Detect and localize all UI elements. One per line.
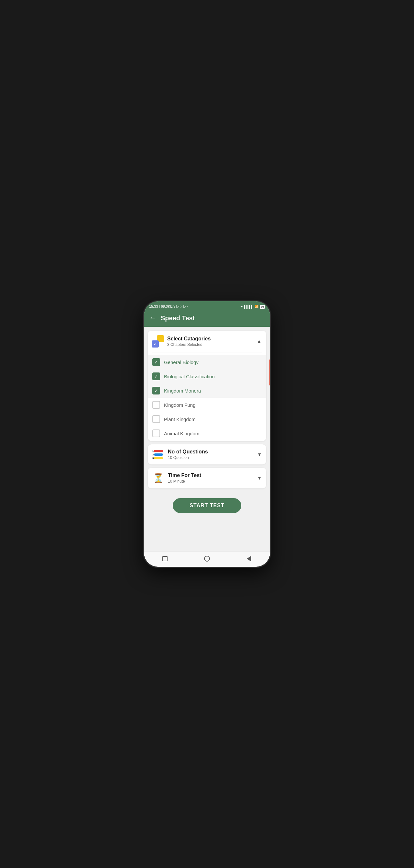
- select-categories-card: ✓ Select Catagories 3 Chapters Selected …: [148, 331, 266, 441]
- list-item[interactable]: ✓ Biological Classification: [148, 369, 266, 383]
- checkbox-animal-kingdom[interactable]: [152, 430, 160, 437]
- status-icons: ✦ ▌▌▌▌ 📶 70: [240, 305, 265, 309]
- chevron-down-icon[interactable]: ▼: [257, 452, 262, 457]
- nav-home-button[interactable]: [203, 555, 211, 562]
- top-bar: ← Speed Test: [144, 311, 270, 327]
- spacer: [148, 520, 266, 532]
- blue-check-icon: ✓: [152, 340, 159, 347]
- list-item[interactable]: Plant Kingdom: [148, 412, 266, 426]
- chapter-label: Kingdom Monera: [164, 388, 201, 394]
- categories-icon: ✓: [152, 335, 164, 347]
- chapter-list: ✓ General Biology ✓ Biological Classific…: [148, 352, 266, 441]
- chapter-label: Plant Kingdom: [164, 416, 196, 422]
- chevron-down-icon[interactable]: ▼: [257, 475, 262, 480]
- categories-title: Select Catagories: [167, 336, 253, 342]
- checkbox-general-biology[interactable]: ✓: [152, 358, 160, 366]
- time-for-test-card: ⏳ Time For Test 10 Minute ▼: [148, 468, 266, 488]
- categories-info: Select Catagories 3 Chapters Selected: [167, 336, 253, 347]
- list-item[interactable]: Kingdom Fungi: [148, 398, 266, 412]
- page-title: Speed Test: [161, 314, 195, 322]
- num-questions-info: No of Questions 10 Question: [168, 449, 253, 460]
- num-questions-value: 10 Question: [168, 455, 253, 460]
- nav-square-button[interactable]: [162, 555, 169, 562]
- time-for-test-value: 10 Minute: [168, 479, 253, 484]
- num-questions-card: 1 2 3: [148, 444, 266, 464]
- bottom-nav: [144, 552, 270, 567]
- hourglass-icon: ⏳: [152, 472, 164, 484]
- time-for-test-title: Time For Test: [168, 472, 253, 478]
- time-for-test-info: Time For Test 10 Minute: [168, 472, 253, 484]
- main-content: ✓ Select Catagories 3 Chapters Selected …: [144, 327, 270, 552]
- checkbox-kingdom-monera[interactable]: ✓: [152, 387, 160, 395]
- categories-header[interactable]: ✓ Select Catagories 3 Chapters Selected …: [148, 331, 266, 352]
- num-questions-title: No of Questions: [168, 449, 253, 455]
- checkbox-plant-kingdom[interactable]: [152, 415, 160, 423]
- list-item[interactable]: ✓ Kingdom Monera: [148, 383, 266, 398]
- chapter-label: Kingdom Fungi: [164, 402, 197, 408]
- status-time-network: 15:33 | 69.0KB/s ▷ ▷ ▷ ·: [149, 305, 188, 309]
- categories-subtitle: 3 Chapters Selected: [167, 342, 253, 347]
- time-for-test-row[interactable]: ⏳ Time For Test 10 Minute ▼: [148, 468, 266, 488]
- start-btn-container: START TEST: [148, 492, 266, 516]
- circle-icon: [204, 556, 210, 562]
- triangle-icon: [247, 556, 251, 562]
- list-item[interactable]: ✓ General Biology: [148, 355, 266, 369]
- chapter-label: Biological Classification: [164, 374, 215, 379]
- status-bar: 15:33 | 69.0KB/s ▷ ▷ ▷ · ✦ ▌▌▌▌ 📶 70: [144, 301, 270, 311]
- bluetooth-icon: ✦: [240, 305, 243, 308]
- battery-indicator: 70: [260, 305, 265, 309]
- start-test-button[interactable]: START TEST: [173, 498, 241, 513]
- checkbox-biological-classification[interactable]: ✓: [152, 372, 160, 380]
- checkbox-kingdom-fungi[interactable]: [152, 401, 160, 409]
- books-icon: 1 2 3: [152, 450, 164, 459]
- signal-icon: ▌▌▌▌: [244, 305, 253, 308]
- chapter-label: Animal Kingdom: [164, 431, 199, 436]
- num-questions-row[interactable]: 1 2 3: [148, 444, 266, 464]
- nav-back-button[interactable]: [245, 555, 252, 562]
- chevron-up-icon: ▲: [256, 338, 262, 344]
- wifi-icon: 📶: [254, 305, 258, 308]
- list-item[interactable]: Animal Kingdom: [148, 426, 266, 438]
- chapter-label: General Biology: [164, 360, 199, 365]
- back-button[interactable]: ←: [149, 314, 156, 322]
- square-icon: [162, 556, 168, 561]
